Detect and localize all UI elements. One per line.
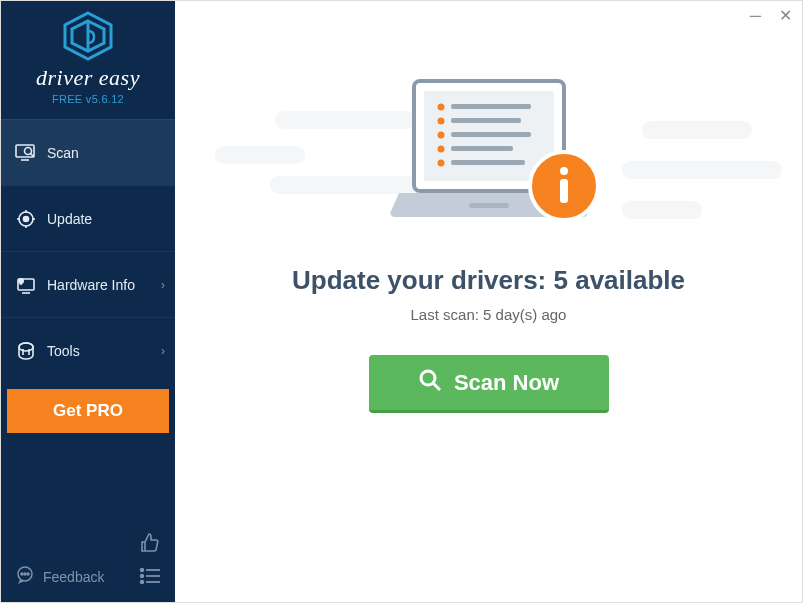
feedback-label: Feedback xyxy=(43,569,104,585)
svg-point-21 xyxy=(21,573,23,575)
svg-point-17 xyxy=(19,343,33,351)
svg-point-23 xyxy=(27,573,29,575)
available-count: 5 xyxy=(553,265,567,295)
chevron-right-icon: › xyxy=(161,344,165,358)
laptop-illustration xyxy=(369,71,609,245)
headline-suffix: available xyxy=(568,265,685,295)
nav-scan[interactable]: Scan xyxy=(1,119,175,185)
svg-rect-36 xyxy=(451,118,521,123)
svg-point-5 xyxy=(25,147,32,154)
brand-name: driver easy xyxy=(36,65,140,91)
scan-icon xyxy=(15,142,37,164)
nav-hardware-info-label: Hardware Info xyxy=(47,277,135,293)
headline: Update your drivers: 5 available xyxy=(292,265,685,296)
svg-point-22 xyxy=(24,573,26,575)
minimize-button[interactable]: ─ xyxy=(750,9,761,23)
get-pro-label: Get PRO xyxy=(53,401,123,421)
close-button[interactable]: ✕ xyxy=(779,9,792,23)
svg-point-24 xyxy=(141,569,144,572)
svg-rect-46 xyxy=(560,179,568,203)
nav-scan-label: Scan xyxy=(47,145,79,161)
version-label: FREE v5.6.12 xyxy=(52,93,124,105)
scan-now-button[interactable]: Scan Now xyxy=(369,355,609,413)
nav-update[interactable]: Update xyxy=(1,185,175,251)
last-scan-text: Last scan: 5 day(s) ago xyxy=(411,306,567,323)
last-scan-value: 5 day(s) ago xyxy=(483,306,566,323)
svg-rect-34 xyxy=(451,104,531,109)
chevron-right-icon: › xyxy=(161,278,165,292)
svg-point-41 xyxy=(437,160,444,167)
svg-point-35 xyxy=(437,118,444,125)
app-logo-icon xyxy=(61,11,115,61)
update-icon xyxy=(15,208,37,230)
scan-now-label: Scan Now xyxy=(454,370,559,396)
get-pro-button[interactable]: Get PRO xyxy=(7,389,169,433)
nav-tools-label: Tools xyxy=(47,343,80,359)
nav-tools[interactable]: Tools › xyxy=(1,317,175,383)
svg-point-45 xyxy=(560,167,568,175)
nav-update-label: Update xyxy=(47,211,92,227)
svg-point-37 xyxy=(437,132,444,139)
svg-point-47 xyxy=(421,371,435,385)
svg-point-8 xyxy=(24,216,29,221)
thumbs-up-icon[interactable] xyxy=(139,532,161,558)
magnifier-icon xyxy=(418,368,442,398)
svg-rect-38 xyxy=(451,132,531,137)
hardware-info-icon: i xyxy=(15,274,37,296)
svg-point-33 xyxy=(437,104,444,111)
feedback-button[interactable]: Feedback xyxy=(15,565,104,588)
headline-prefix: Update your drivers: xyxy=(292,265,554,295)
sidebar: driver easy FREE v5.6.12 Scan xyxy=(1,1,175,602)
svg-point-39 xyxy=(437,146,444,153)
logo-area: driver easy FREE v5.6.12 xyxy=(1,1,175,119)
list-icon[interactable] xyxy=(139,568,161,588)
svg-rect-32 xyxy=(469,203,509,208)
svg-rect-40 xyxy=(451,146,513,151)
speech-bubble-icon xyxy=(15,565,35,588)
svg-point-26 xyxy=(141,575,144,578)
nav-hardware-info[interactable]: i Hardware Info › xyxy=(1,251,175,317)
svg-point-28 xyxy=(141,581,144,584)
main-content: Update your drivers: 5 available Last sc… xyxy=(175,1,802,602)
svg-rect-42 xyxy=(451,160,525,165)
tools-icon xyxy=(15,340,37,362)
svg-line-48 xyxy=(433,383,440,390)
